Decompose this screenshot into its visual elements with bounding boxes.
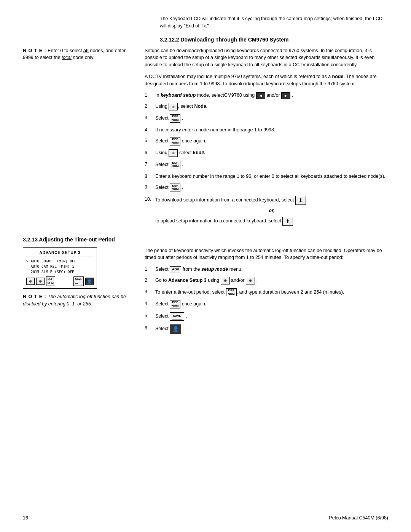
- note-text-3212a: Enter 0 to select: [48, 48, 83, 53]
- def-num-key-3213-4: DEFNUM: [170, 300, 180, 308]
- step-3212-2: 2. Using ⊕, select Node.: [145, 103, 388, 110]
- page-footer: 16 Pelco Manual C540M (6/98): [23, 512, 388, 521]
- step-content-10: To download setup information from a con…: [155, 196, 388, 226]
- adv-btn-icon: ADV: [170, 266, 181, 273]
- small-key-2: ⊕: [36, 278, 45, 285]
- step-content-3: Select DEFNUM .: [155, 114, 388, 123]
- step-num-4: 4.: [145, 126, 155, 134]
- arrow-left-icon: [256, 92, 265, 99]
- step-content-6: Using ⊕ select kbd#.: [155, 149, 388, 157]
- section-3212-content: N O T E : Enter 0 to select all nodes, a…: [23, 47, 388, 230]
- small-key-def: DEFNUM: [46, 276, 55, 286]
- step-content-8: Enter a keyboard number in the range 1 t…: [155, 173, 388, 180]
- step-content-9: Select DEFNUM .: [155, 184, 388, 192]
- section-3213-content: ADVANCE SETUP 3 > AUTO LOGOFF (MIN) OFF …: [23, 247, 388, 337]
- step-num-5: 5.: [145, 137, 155, 144]
- step-num-3: 3.: [145, 114, 155, 121]
- page-container: The Keyboard LCD will indicate that it i…: [0, 0, 411, 532]
- section-3213-right: The period of keyboard inactivity which …: [145, 247, 388, 337]
- advance-setup-box: ADVANCE SETUP 3 > AUTO LOGOFF (MIN) OFF …: [23, 247, 97, 289]
- note-label-3213: N O T E :: [23, 294, 46, 299]
- adv-line1: > AUTO LOGOFF (MIN) OFF: [26, 259, 94, 264]
- step-num-3213-2: 2.: [145, 277, 155, 284]
- top-text-block: The Keyboard LCD will indicate that it i…: [160, 15, 388, 30]
- step-num-9: 9.: [145, 184, 155, 191]
- step-content-3213-5: Select SAVE .: [155, 312, 388, 321]
- section-3213-wrapper: 3.2.13 Adjusting the Time-out Period ADV…: [23, 236, 388, 337]
- joystick-icon-step2b: ⊕: [246, 277, 255, 284]
- step-3212-4: 4. If necessary enter a node number in t…: [145, 126, 388, 134]
- small-key-1: ⊕: [26, 278, 35, 285]
- steps-list-3213: 1. Select ADV from the setup mode menu. …: [145, 266, 388, 334]
- section-3212-right: Setups can be downloaded/uploaded using …: [145, 47, 388, 230]
- download-icon: [295, 196, 306, 205]
- step-3213-4: 4. Select DEFNUM once again.: [145, 300, 388, 308]
- def-num-key-3: DEFNUM: [170, 114, 180, 123]
- step-content-1: In keyboard setup mode, selectCM9760 usi…: [155, 92, 388, 99]
- step-3212-7: 7. Select DEFNUM .: [145, 161, 388, 169]
- step-3213-5: 5. Select SAVE .: [145, 312, 388, 321]
- joystick-icon-step2a: ⊕: [221, 277, 230, 284]
- step-num-1: 1.: [145, 92, 155, 99]
- step-num-3213-6: 6.: [145, 324, 155, 332]
- step-3212-5: 5. Select DEFNUM once again.: [145, 137, 388, 145]
- step-3212-1: 1. In keyboard setup mode, selectCM9760 …: [145, 92, 388, 99]
- step-content-5: Select DEFNUM once again.: [155, 137, 388, 145]
- advance-setup-title: ADVANCE SETUP 3: [26, 250, 94, 257]
- step-content-3213-4: Select DEFNUM once again.: [155, 300, 388, 308]
- step-3213-1: 1. Select ADV from the setup mode menu.: [145, 266, 388, 273]
- or-line: or,: [155, 207, 388, 214]
- para-3212-1: Setups can be downloaded/uploaded using …: [145, 47, 388, 69]
- step-content-3213-6: Select 👤 .: [155, 324, 388, 334]
- page-number: 16: [23, 515, 28, 521]
- step-num-3213-3: 3.: [145, 288, 155, 296]
- note-3213: N O T E : The automatic log-off function…: [23, 293, 133, 308]
- section-3213-left: ADVANCE SETUP 3 > AUTO LOGOFF (MIN) OFF …: [23, 247, 145, 337]
- section-3212-heading: 3.2.12.2 Downloading Through the CM9760 …: [160, 37, 388, 43]
- step1-kbsetup: keyboard setup: [161, 93, 196, 98]
- def-num-key-9: DEFNUM: [170, 184, 180, 192]
- adv-line3: 2015 ALM R (SEC) OFF: [26, 269, 94, 275]
- top-text-line1: The Keyboard LCD will indicate that it i…: [160, 15, 388, 30]
- steps-list-3212: 1. In keyboard setup mode, selectCM9760 …: [145, 92, 388, 225]
- setup-btn-row: ⊕ ⊕ DEFNUM SAVE— 👤: [26, 276, 94, 286]
- step-content-3213-3: To enter a time-out period, select DEFNU…: [155, 288, 388, 297]
- arrow-right-icon: [281, 92, 290, 99]
- step-content-4: If necessary enter a node number in the …: [155, 126, 388, 134]
- def-num-key-5: DEFNUM: [170, 137, 180, 145]
- advance-setup-content: > AUTO LOGOFF (MIN) OFF AUTO CAM REL (MI…: [26, 259, 94, 275]
- step-3212-3: 3. Select DEFNUM .: [145, 114, 388, 123]
- note-3212: N O T E : Enter 0 to select all nodes, a…: [23, 47, 133, 62]
- note-text-3212e: node only.: [72, 55, 94, 60]
- joystick-icon-6: ⊕: [169, 149, 178, 157]
- save-btn-icon: SAVE: [170, 312, 184, 321]
- adv-line2: AUTO CAM REL (MIN) 1: [26, 264, 94, 269]
- step-num-8: 8.: [145, 173, 155, 180]
- step-content-3213-1: Select ADV from the setup mode menu.: [155, 266, 388, 273]
- small-key-person: 👤: [85, 278, 94, 286]
- note-text-3212d: local: [62, 55, 72, 60]
- joystick-icon-2: ⊕: [169, 103, 178, 110]
- note-label-3212: N O T E :: [23, 48, 46, 53]
- step-3213-2: 2. Go to Advance Setup 3 using ⊕ and/or …: [145, 277, 388, 284]
- step-num-6: 6.: [145, 149, 155, 157]
- step-num-3213-5: 5.: [145, 312, 155, 320]
- note-text-3212b: all: [83, 48, 89, 53]
- step-num-7: 7.: [145, 161, 155, 168]
- step-3212-8: 8. Enter a keyboard number in the range …: [145, 173, 388, 180]
- step-3212-10: 10. To download setup information from a…: [145, 196, 388, 226]
- step-3212-9: 9. Select DEFNUM .: [145, 184, 388, 192]
- section-3212-left: N O T E : Enter 0 to select all nodes, a…: [23, 47, 145, 230]
- def-num-key-3213-3: DEFNUM: [226, 288, 237, 297]
- step-num-2: 2.: [145, 103, 155, 110]
- upload-icon: [282, 217, 293, 226]
- step-num-3213-4: 4.: [145, 300, 155, 307]
- manual-info: Pelco Manual C540M (6/98): [329, 515, 388, 521]
- step-3213-3: 3. To enter a time-out period, select DE…: [145, 288, 388, 297]
- para-3212-2: A CCTV installation may include multiple…: [145, 73, 388, 88]
- person-icon: 👤: [170, 324, 181, 334]
- step-num-3213-1: 1.: [145, 266, 155, 273]
- step-num-10: 10.: [145, 196, 155, 203]
- def-num-key-7: DEFNUM: [170, 161, 180, 169]
- section-3213-heading: 3.2.13 Adjusting the Time-out Period: [23, 236, 388, 243]
